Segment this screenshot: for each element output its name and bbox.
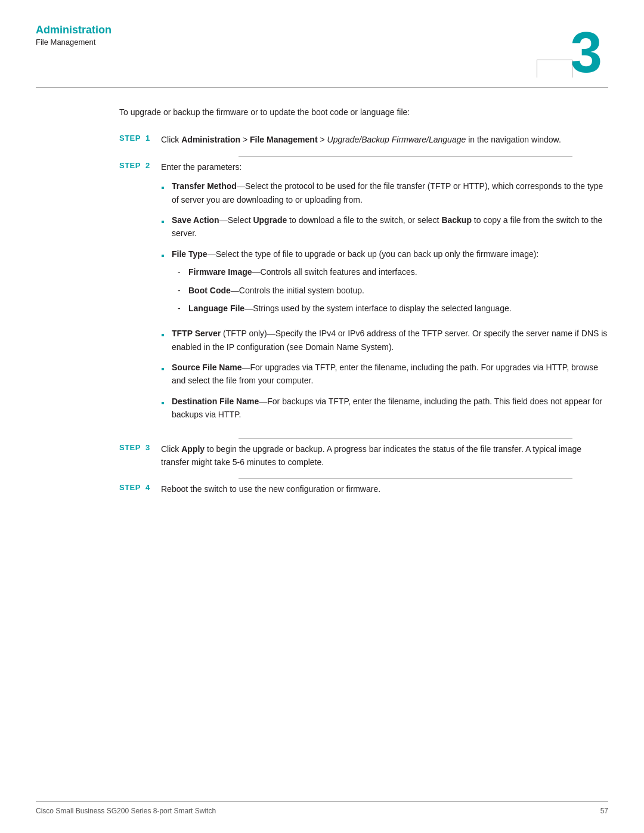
bullet-text-file-type: File Type—Select the type of file to upg… — [172, 247, 608, 320]
sub-bullet-list: - Firmware Image—Controls all switch fea… — [178, 265, 608, 315]
firmware-image-label: Firmware Image — [188, 267, 252, 277]
step-1-label: STEP 1 — [119, 133, 161, 143]
bullet-sq-3: ▪ — [161, 248, 172, 264]
step-2-label: STEP 2 — [119, 160, 161, 170]
bullet-sq-2: ▪ — [161, 214, 172, 230]
footer: Cisco Small Business SG200 Series 8-port… — [0, 801, 644, 815]
step-3: STEP 3 Click Apply to begin the upgrade … — [119, 442, 608, 469]
bullet-file-type: ▪ File Type—Select the type of file to u… — [161, 247, 608, 320]
bullet-sq-4: ▪ — [161, 327, 172, 343]
sub-bullet-language: - Language File—Strings used by the syst… — [178, 302, 608, 315]
step-2-intro: Enter the parameters: — [161, 160, 608, 174]
step-2-content: Enter the parameters: ▪ Transfer Method—… — [161, 160, 608, 429]
step-1-content: Click Administration > File Management >… — [161, 133, 608, 146]
bullet-sq-1: ▪ — [161, 180, 172, 196]
bullet-transfer-method: ▪ Transfer Method—Select the protocol to… — [161, 179, 608, 206]
bullet-text-source-file: Source File Name—For upgrades via TFTP, … — [172, 361, 608, 388]
bullet-source-file: ▪ Source File Name—For upgrades via TFTP… — [161, 361, 608, 388]
footer-right: 57 — [600, 807, 608, 815]
bullet-text-transfer-method: Transfer Method—Select the protocol to b… — [172, 179, 608, 206]
footer-left: Cisco Small Business SG200 Series 8-port… — [36, 807, 216, 815]
sub-text-language: Language File—Strings used by the system… — [188, 302, 608, 315]
footer-rule — [36, 801, 608, 802]
sub-dash-3: - — [178, 302, 188, 315]
bullet-text-tftp: TFTP Server (TFTP only)—Specify the IPv4… — [172, 327, 608, 354]
file-type-label: File Type — [172, 249, 208, 259]
chapter-subtitle: File Management — [36, 38, 112, 47]
backup-label: Backup — [441, 215, 472, 225]
tab-decoration — [537, 60, 572, 78]
bullet-dest-file: ▪ Destination File Name—For backups via … — [161, 395, 608, 422]
sub-bullet-firmware: - Firmware Image—Controls all switch fea… — [178, 265, 608, 278]
dest-file-label: Destination File Name — [172, 397, 259, 406]
step-3-label: STEP 3 — [119, 442, 161, 452]
step-4: STEP 4 Reboot the switch to use the new … — [119, 482, 608, 496]
bullet-save-action: ▪ Save Action—Select Upgrade to download… — [161, 213, 608, 240]
save-action-label: Save Action — [172, 215, 219, 225]
bullet-text-dest-file: Destination File Name—For backups via TF… — [172, 395, 608, 422]
step-1-file-mgmt: File Management — [250, 135, 318, 144]
intro-text: To upgrade or backup the firmware or to … — [119, 106, 608, 119]
step-1-nav: Upgrade/Backup Firmware/Language — [327, 135, 466, 144]
sub-dash-2: - — [178, 284, 188, 297]
step-separator-3 — [239, 478, 572, 479]
step-2: STEP 2 Enter the parameters: ▪ Transfer … — [119, 160, 608, 429]
source-file-label: Source File Name — [172, 363, 242, 372]
sub-text-firmware: Firmware Image—Controls all switch featu… — [188, 265, 608, 278]
transfer-method-label: Transfer Method — [172, 181, 237, 191]
bullet-sq-6: ▪ — [161, 395, 172, 411]
step-2-bullet-list: ▪ Transfer Method—Select the protocol to… — [161, 179, 608, 421]
step-3-content: Click Apply to begin the upgrade or back… — [161, 442, 608, 469]
bullet-text-save-action: Save Action—Select Upgrade to download a… — [172, 213, 608, 240]
boot-code-label: Boot Code — [188, 286, 231, 295]
bullet-tftp-server: ▪ TFTP Server (TFTP only)—Specify the IP… — [161, 327, 608, 354]
apply-label: Apply — [181, 444, 205, 454]
sub-bullet-boot: - Boot Code—Controls the initial system … — [178, 284, 608, 297]
language-file-label: Language File — [188, 304, 244, 313]
step-1-admin: Administration — [181, 135, 240, 144]
tftp-server-label: TFTP Server — [172, 329, 221, 338]
bullet-sq-5: ▪ — [161, 361, 172, 377]
upgrade-label: Upgrade — [253, 215, 287, 225]
chapter-number: 3 — [571, 20, 608, 84]
sub-dash-1: - — [178, 265, 188, 278]
step-1: STEP 1 Click Administration > File Manag… — [119, 133, 608, 146]
step-4-content: Reboot the switch to use the new configu… — [161, 482, 608, 496]
step-4-label: STEP 4 — [119, 482, 161, 492]
sub-text-boot: Boot Code—Controls the initial system bo… — [188, 284, 608, 297]
step-separator-1 — [239, 156, 572, 157]
step-separator-2 — [239, 438, 572, 439]
chapter-title: Administration — [36, 24, 112, 36]
